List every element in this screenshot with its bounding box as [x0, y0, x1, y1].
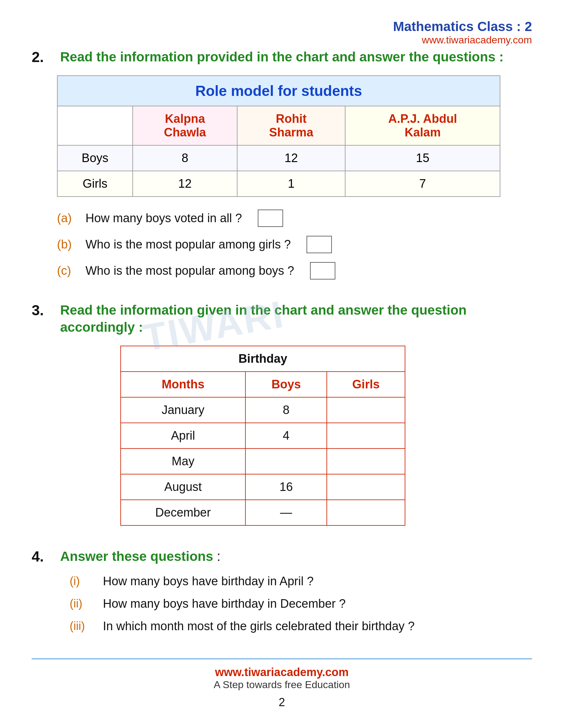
- may-girls: [327, 449, 405, 474]
- header-website: www.tiwariacademy.com: [32, 34, 532, 46]
- col-months: Months: [121, 372, 245, 397]
- month-may: May: [121, 449, 245, 474]
- col-rohit: RohitSharma: [237, 106, 345, 145]
- boys-kalpna: 8: [133, 145, 237, 171]
- q4-text-i: How many boys have birthday in April ?: [103, 575, 313, 588]
- q3-number: 3.: [32, 302, 51, 319]
- col-apj: A.P.J. AbdulKalam: [345, 106, 500, 145]
- girls-kalpna: 12: [133, 171, 237, 196]
- question-3-block: 3. Read the information given in the cha…: [32, 302, 532, 526]
- row-label-girls: Girls: [57, 171, 133, 196]
- may-boys: [245, 449, 327, 474]
- q4-text-iii: In which month most of the girls celebra…: [103, 619, 414, 633]
- q4-item-iii: (iii) In which month most of the girls c…: [70, 619, 532, 633]
- birthday-table: Birthday Months Boys Girls January 8: [120, 345, 405, 526]
- subq-c: (c) Who is the most popular among boys ?: [57, 262, 532, 279]
- q3-heading: 3. Read the information given in the cha…: [32, 302, 532, 336]
- table-row-girls: Girls 12 1 7: [57, 171, 500, 196]
- subq-c-text: Who is the most popular among boys ?: [85, 264, 294, 277]
- bday-row-april: April 4: [121, 423, 405, 449]
- q2-table-container: Role model for students KalpnaChawla Roh…: [57, 75, 532, 197]
- month-april: April: [121, 423, 245, 449]
- q3-table-container: Birthday Months Boys Girls January 8: [57, 345, 532, 526]
- subq-c-label: (c): [57, 264, 76, 277]
- header-block: Mathematics Class : 2 www.tiwariacademy.…: [32, 19, 532, 46]
- col-kalpna: KalpnaChawla: [133, 106, 237, 145]
- january-girls: [327, 397, 405, 423]
- birthday-table-title: Birthday: [121, 346, 405, 372]
- december-girls: [327, 500, 405, 526]
- august-girls: [327, 474, 405, 500]
- q4-heading: 4. Answer these questions :: [32, 548, 532, 565]
- question-2-block: 2. Read the information provided in the …: [32, 48, 532, 279]
- april-girls: [327, 423, 405, 449]
- q2-text: Read the information provided in the cha…: [60, 48, 504, 66]
- q4-label-i: (i): [70, 575, 95, 588]
- q4-heading-green: Answer these questions: [60, 549, 213, 564]
- subq-a: (a) How many boys voted in all ?: [57, 209, 532, 227]
- subq-b-label: (b): [57, 238, 76, 251]
- girls-rohit: 1: [237, 171, 345, 196]
- january-boys: 8: [245, 397, 327, 423]
- subq-a-label: (a): [57, 211, 76, 225]
- q4-heading-text: Answer these questions :: [60, 548, 220, 565]
- bday-row-january: January 8: [121, 397, 405, 423]
- bday-row-december: December —: [121, 500, 405, 526]
- boys-rohit: 12: [237, 145, 345, 171]
- answer-box-c: [310, 262, 335, 279]
- december-boys: —: [245, 500, 327, 526]
- question-4-block: 4. Answer these questions : (i) How many…: [32, 548, 532, 633]
- subq-b: (b) Who is the most popular among girls …: [57, 236, 532, 253]
- answer-box-b: [307, 236, 332, 253]
- q4-number: 4.: [32, 548, 51, 565]
- q4-items-list: (i) How many boys have birthday in April…: [70, 575, 532, 633]
- col-empty: [57, 106, 133, 145]
- col-girls-bday: Girls: [327, 372, 405, 397]
- april-boys: 4: [245, 423, 327, 449]
- q4-item-i: (i) How many boys have birthday in April…: [70, 575, 532, 588]
- footer: www.tiwariacademy.com A Step towards fre…: [32, 658, 532, 709]
- subq-b-text: Who is the most popular among girls ?: [85, 238, 291, 251]
- answer-box-a: [258, 209, 283, 227]
- q4-item-ii: (ii) How many boys have birthday in Dece…: [70, 597, 532, 611]
- q2-subquestions: (a) How many boys voted in all ? (b) Who…: [57, 209, 532, 279]
- footer-tagline: A Step towards free Education: [32, 679, 532, 691]
- month-january: January: [121, 397, 245, 423]
- bday-row-august: August 16: [121, 474, 405, 500]
- table-row-boys: Boys 8 12 15: [57, 145, 500, 171]
- q2-heading: 2. Read the information provided in the …: [32, 48, 532, 66]
- subq-a-text: How many boys voted in all ?: [85, 211, 242, 225]
- col-boys-bday: Boys: [245, 372, 327, 397]
- q4-colon: :: [213, 549, 220, 564]
- bday-row-may: May: [121, 449, 405, 474]
- row-label-boys: Boys: [57, 145, 133, 171]
- girls-apj: 7: [345, 171, 500, 196]
- month-august: August: [121, 474, 245, 500]
- footer-website: www.tiwariacademy.com: [32, 666, 532, 679]
- role-model-table: Role model for students KalpnaChawla Roh…: [57, 75, 500, 197]
- august-boys: 16: [245, 474, 327, 500]
- month-december: December: [121, 500, 245, 526]
- q4-text-ii: How many boys have birthday in December …: [103, 597, 346, 611]
- q3-text: Read the information given in the chart …: [60, 302, 532, 336]
- q4-label-ii: (ii): [70, 597, 95, 610]
- page-title: Mathematics Class : 2: [32, 19, 532, 34]
- q2-number: 2.: [32, 48, 51, 65]
- page-number: 2: [32, 696, 532, 709]
- q4-label-iii: (iii): [70, 619, 95, 633]
- boys-apj: 15: [345, 145, 500, 171]
- role-table-title: Role model for students: [57, 76, 500, 106]
